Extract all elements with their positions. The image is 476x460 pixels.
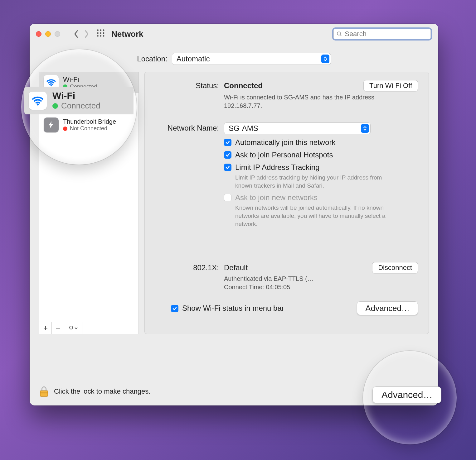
location-select[interactable]: Automatic xyxy=(172,53,331,65)
interface-actions-button[interactable] xyxy=(64,322,82,334)
lens-wifi-status: Connected xyxy=(61,101,100,111)
search-field[interactable] xyxy=(332,27,432,41)
status-dot-icon xyxy=(52,103,58,109)
status-value: Connected xyxy=(224,81,263,90)
close-window-button[interactable] xyxy=(36,31,41,37)
dot1x-value: Default xyxy=(224,263,248,272)
chevron-up-down-icon xyxy=(321,55,329,63)
lock-row: Click the lock to make changes. xyxy=(39,386,150,397)
svg-point-0 xyxy=(97,29,99,31)
limit-ip-checkbox[interactable] xyxy=(224,164,231,171)
ask-new-row: Ask to join new networks Known networks … xyxy=(224,193,418,228)
svg-point-3 xyxy=(97,32,99,34)
svg-point-9 xyxy=(337,32,341,35)
wifi-icon xyxy=(29,92,47,110)
network-name-value: SG-AMS xyxy=(229,124,258,133)
ask-new-description: Known networks will be joined automatica… xyxy=(235,204,391,228)
highlight-lens-wifi: Wi-Fi Connected xyxy=(21,49,137,165)
minimize-window-button[interactable] xyxy=(45,31,51,37)
toolbar: Network xyxy=(30,24,438,44)
personal-hotspots-label: Ask to join Personal Hotspots xyxy=(235,151,333,159)
network-name-row: Network Name: SG-AMS Automatically join … xyxy=(155,122,418,228)
dot1x-auth-line: Authenticated via EAP-TTLS (… xyxy=(224,275,383,283)
status-description: Wi-Fi is connected to SG-AMS and has the… xyxy=(224,93,383,110)
network-name-label: Network Name: xyxy=(155,122,219,228)
dot1x-disconnect-button[interactable]: Disconnect xyxy=(372,262,418,273)
sidebar-footer xyxy=(39,322,139,334)
advanced-button-magnified[interactable]: Advanced… xyxy=(372,386,441,403)
add-interface-button[interactable] xyxy=(39,322,52,334)
svg-point-8 xyxy=(103,35,104,37)
ask-new-label: Ask to join new networks xyxy=(235,193,391,202)
auto-join-row: Automatically join this network xyxy=(224,138,418,147)
dot1x-row: 802.1X: Default Disconnect Authenticated… xyxy=(155,262,418,291)
svg-point-7 xyxy=(100,35,102,37)
advanced-button[interactable]: Advanced… xyxy=(357,301,418,315)
status-row: Status: Connected Turn Wi-Fi Off Wi-Fi i… xyxy=(155,80,418,110)
search-icon xyxy=(337,31,342,37)
forward-button xyxy=(81,29,92,39)
chevron-up-down-icon xyxy=(361,124,369,133)
location-value: Automatic xyxy=(177,55,210,63)
svg-point-1 xyxy=(100,29,102,31)
svg-point-5 xyxy=(103,32,104,34)
limit-ip-row: Limit IP Address Tracking Limit IP addre… xyxy=(224,163,418,189)
ask-new-checkbox[interactable] xyxy=(224,194,231,201)
svg-point-4 xyxy=(100,32,102,34)
zoom-window-button xyxy=(55,31,60,37)
back-button[interactable] xyxy=(71,29,81,39)
remove-interface-button[interactable] xyxy=(52,322,64,334)
highlight-lens-advanced: Advanced… xyxy=(363,351,457,444)
svg-point-2 xyxy=(103,29,104,31)
auto-join-checkbox[interactable] xyxy=(224,139,231,146)
svg-line-10 xyxy=(340,35,341,36)
svg-point-18 xyxy=(70,326,73,329)
svg-point-22 xyxy=(37,103,39,105)
lens-wifi-name: Wi-Fi xyxy=(52,90,100,101)
show-all-icon[interactable] xyxy=(96,29,105,39)
status-label: Status: xyxy=(155,80,219,110)
lock-text: Click the lock to make changes. xyxy=(54,387,150,395)
auto-join-label: Automatically join this network xyxy=(235,138,335,147)
details-panel: Status: Connected Turn Wi-Fi Off Wi-Fi i… xyxy=(144,72,429,334)
personal-hotspots-row: Ask to join Personal Hotspots xyxy=(224,151,418,159)
window-title: Network xyxy=(111,29,143,39)
dot1x-label: 802.1X: xyxy=(155,262,219,291)
window-controls xyxy=(36,31,60,37)
personal-hotspots-checkbox[interactable] xyxy=(224,151,231,159)
menubar-label: Show Wi-Fi status in menu bar xyxy=(182,304,284,313)
svg-point-6 xyxy=(97,35,99,37)
network-name-select[interactable]: SG-AMS xyxy=(224,122,371,134)
limit-ip-label: Limit IP Address Tracking xyxy=(235,163,391,172)
location-label: Location: xyxy=(137,55,167,63)
menubar-checkbox[interactable] xyxy=(171,305,178,312)
toggle-wifi-button[interactable]: Turn Wi-Fi Off xyxy=(363,80,418,91)
lock-icon[interactable] xyxy=(39,386,49,397)
menubar-row: Show Wi-Fi status in menu bar Advanced… xyxy=(155,301,418,315)
search-input[interactable] xyxy=(345,30,428,38)
dot1x-time-line: Connect Time: 04:05:05 xyxy=(224,283,383,291)
limit-ip-description: Limit IP address tracking by hiding your… xyxy=(235,174,391,189)
svg-rect-19 xyxy=(40,391,48,396)
